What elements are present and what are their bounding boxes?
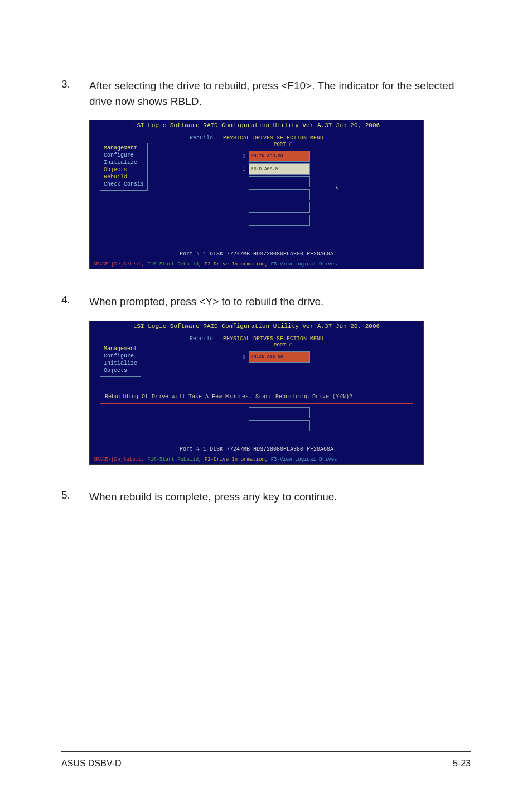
bios1-menu-configure: Configure	[104, 152, 144, 159]
page-footer: ASUS DSBV-D 5-23	[61, 751, 471, 769]
bios2-menu-initialize: Initialize	[104, 360, 137, 367]
step-3: 3. After selecting the drive to rebuild,…	[61, 78, 471, 109]
bios2-footer-p1: SPACE-[De]Select,	[93, 457, 144, 462]
bios-screenshot-2: LSI Logic Software RAID Configuration Ut…	[89, 321, 424, 465]
step-4-text: When prompted, press <Y> to to rebuild t…	[89, 294, 323, 310]
bios2-menu-objects: Objects	[104, 367, 137, 374]
bios1-drive-row-empty3	[238, 202, 310, 213]
bios2-footer: SPACE-[De]Select, F10-Start Rebuild, F2-…	[90, 455, 423, 464]
bios2-footer-p2: F10-Start Rebuild,	[147, 457, 201, 462]
bios1-d1-num: 1	[238, 163, 245, 175]
bios1-rebuild-header-text: PHYSICAL DRIVES SELECTION MENU	[223, 135, 323, 141]
cursor-icon: ↖	[335, 183, 339, 192]
bios2-empty-cell	[249, 407, 310, 418]
bios1-drive-row-empty4	[238, 215, 310, 226]
bios1-footer-p3: F2-Drive Information,	[205, 262, 268, 267]
bios1-menu-check: Check Consis	[104, 181, 144, 188]
bios1-empty-cell	[249, 202, 310, 213]
bios-screenshot-1: LSI Logic Software RAID Configuration Ut…	[89, 120, 424, 269]
bios1-drive-row-1: 1 RBLD A00-01	[238, 163, 310, 175]
bios1-status-text: Port # 1 DISK 77247MB HDS728080PLA380 PF…	[180, 251, 333, 257]
bios1-empty-cell	[249, 176, 310, 187]
bios1-rebuild-prefix: Rebuild -	[190, 135, 223, 141]
bios1-body: Rebuild - PHYSICAL DRIVES SELECTION MENU…	[90, 131, 423, 248]
bios2-d0-cell: ONLIN A00-00	[249, 351, 310, 363]
bios2-drive-row-empty1	[238, 407, 310, 418]
bios2-rebuild-msg: Rebuilding Of Drive Will Take A Few Minu…	[100, 390, 413, 404]
bios2-rebuild-header-text: PHYSICAL DRIVES SELECTION MENU	[223, 336, 323, 342]
bios1-footer-p4: F3-View Logical Drives	[271, 262, 337, 267]
bios1-footer: SPACE-[De]Select, F10-Start Rebuild, F2-…	[90, 260, 423, 269]
bios2-title: LSI Logic Software RAID Configuration Ut…	[90, 321, 423, 331]
bios2-rebuild-prefix: Rebuild -	[190, 336, 223, 342]
bios2-menu-configure: Configure	[104, 352, 137, 360]
step-4: 4. When prompted, press <Y> to to rebuil…	[61, 294, 471, 310]
bios2-drive-grid-bottom	[238, 407, 310, 433]
bios1-status: Port # 1 DISK 77247MB HDS728080PLA380 PF…	[90, 248, 423, 260]
bios1-d0-num: 0	[238, 151, 245, 162]
bios1-d1-cell: RBLD A00-01	[249, 163, 310, 175]
bios1-menu-management: Management	[104, 144, 144, 152]
bios2-drive-row-empty2	[238, 420, 310, 431]
bios1-footer-p2: F10-Start Rebuild,	[147, 262, 201, 267]
bios2-port-label: PORT #	[274, 342, 292, 348]
step-5: 5. When rebuild is complete, press any k…	[61, 489, 471, 505]
step-5-text: When rebuild is complete, press any key …	[89, 489, 337, 505]
step-3-num: 3.	[61, 78, 89, 109]
bios1-rebuild-header: Rebuild - PHYSICAL DRIVES SELECTION MENU	[94, 135, 419, 141]
bios1-menu-objects: Objects	[104, 166, 144, 173]
bios1-footer-p1: SPACE-[De]Select,	[93, 262, 144, 267]
bios1-drive-row-0: 0 ONLIN A00-00	[238, 151, 310, 162]
bios2-menu-management: Management	[104, 345, 137, 352]
footer-right: 5-23	[453, 758, 471, 769]
bios2-drive-row-0: 0 ONLIN A00-00	[238, 351, 310, 363]
bios1-drive-row-empty1	[238, 176, 310, 187]
bios2-status-text: Port # 1 DISK 77247MB HDS728080PLA380 PF…	[180, 446, 333, 452]
step-3-text: After selecting the drive to rebuild, pr…	[89, 78, 471, 109]
bios1-drive-row-empty2	[238, 189, 310, 200]
bios1-empty-cell	[249, 215, 310, 226]
bios2-footer-p4: F3-View Logical Drives	[271, 457, 337, 462]
step-5-num: 5.	[61, 489, 89, 505]
bios1-d0-cell: ONLIN A00-00	[249, 151, 310, 162]
bios2-empty-cell	[249, 420, 310, 431]
bios2-footer-p3: F2-Drive Information,	[205, 457, 268, 462]
bios1-port-label: PORT #	[274, 142, 292, 147]
bios2-d0-num: 0	[238, 351, 245, 363]
bios2-drive-grid: 0 ONLIN A00-00	[238, 351, 310, 364]
step-4-num: 4.	[61, 294, 89, 310]
bios2-status: Port # 1 DISK 77247MB HDS728080PLA380 PF…	[90, 443, 423, 455]
bios2-rebuild-header: Rebuild - PHYSICAL DRIVES SELECTION MENU	[94, 336, 419, 342]
bios1-menu: Management Configure Initialize Objects …	[100, 143, 148, 191]
bios1-menu-rebuild: Rebuild	[104, 173, 144, 181]
bios2-menu: Management Configure Initialize Objects	[100, 344, 141, 377]
bios1-menu-initialize: Initialize	[104, 159, 144, 166]
bios2-body: Rebuild - PHYSICAL DRIVES SELECTION MENU…	[90, 331, 423, 443]
bios1-empty-cell	[249, 189, 310, 200]
bios1-drive-grid: 0 ONLIN A00-00 1 RBLD A00-01	[238, 151, 310, 228]
bios1-title: LSI Logic Software RAID Configuration Ut…	[90, 120, 423, 131]
footer-left: ASUS DSBV-D	[61, 758, 122, 769]
